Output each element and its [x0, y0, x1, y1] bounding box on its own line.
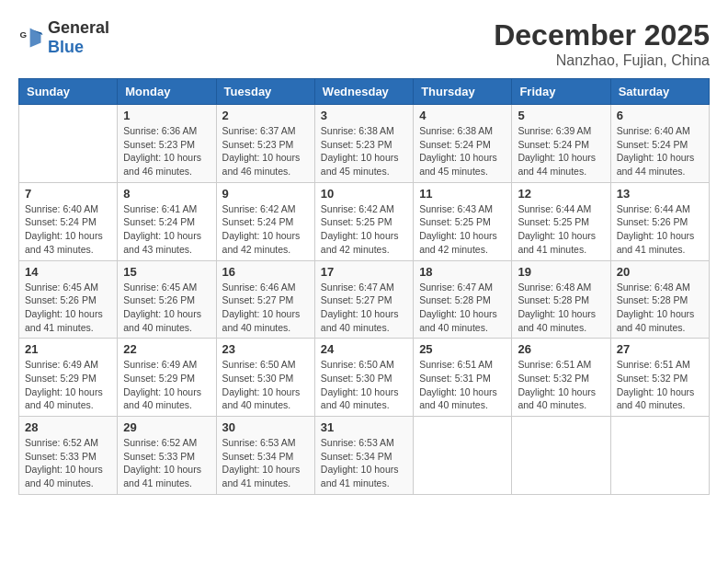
calendar-cell: 31Sunrise: 6:53 AM Sunset: 5:34 PM Dayli…: [314, 417, 413, 495]
day-info: Sunrise: 6:47 AM Sunset: 5:27 PM Dayligh…: [321, 281, 407, 335]
day-number: 5: [518, 109, 604, 122]
day-info: Sunrise: 6:40 AM Sunset: 5:24 PM Dayligh…: [617, 124, 703, 178]
day-info: Sunrise: 6:44 AM Sunset: 5:25 PM Dayligh…: [518, 202, 604, 257]
day-info: Sunrise: 6:48 AM Sunset: 5:28 PM Dayligh…: [518, 281, 604, 335]
calendar-cell: 29Sunrise: 6:52 AM Sunset: 5:33 PM Dayli…: [118, 417, 216, 495]
calendar-cell: 20Sunrise: 6:48 AM Sunset: 5:28 PM Dayli…: [610, 260, 709, 339]
day-number: 13: [617, 187, 703, 201]
day-number: 18: [419, 265, 506, 279]
calendar-cell: 28Sunrise: 6:52 AM Sunset: 5:33 PM Dayli…: [19, 417, 118, 495]
weekday-header-friday: Friday: [512, 79, 610, 105]
calendar-cell: 19Sunrise: 6:48 AM Sunset: 5:28 PM Dayli…: [512, 260, 610, 339]
day-info: Sunrise: 6:49 AM Sunset: 5:29 PM Dayligh…: [25, 358, 111, 412]
day-number: 3: [321, 109, 407, 122]
day-info: Sunrise: 6:51 AM Sunset: 5:32 PM Dayligh…: [518, 358, 604, 412]
day-info: Sunrise: 6:44 AM Sunset: 5:26 PM Dayligh…: [617, 202, 703, 257]
calendar-cell: 4Sunrise: 6:38 AM Sunset: 5:24 PM Daylig…: [414, 105, 512, 183]
day-number: 17: [321, 265, 407, 279]
calendar-cell: [512, 417, 610, 495]
day-info: Sunrise: 6:49 AM Sunset: 5:29 PM Dayligh…: [123, 358, 210, 412]
location: Nanzhao, Fujian, China: [494, 52, 710, 69]
day-number: 1: [123, 109, 210, 122]
day-info: Sunrise: 6:36 AM Sunset: 5:23 PM Dayligh…: [123, 124, 210, 178]
day-info: Sunrise: 6:45 AM Sunset: 5:26 PM Dayligh…: [123, 281, 210, 335]
page-header: G General Blue December 2025 Nanzhao, Fu…: [18, 18, 710, 69]
calendar-cell: 30Sunrise: 6:53 AM Sunset: 5:34 PM Dayli…: [216, 417, 314, 495]
logo-blue: Blue: [48, 38, 84, 56]
month-year: December 2025: [494, 18, 710, 52]
calendar-cell: 24Sunrise: 6:50 AM Sunset: 5:30 PM Dayli…: [314, 339, 413, 417]
calendar-cell: 8Sunrise: 6:41 AM Sunset: 5:24 PM Daylig…: [118, 182, 216, 260]
day-info: Sunrise: 6:48 AM Sunset: 5:28 PM Dayligh…: [617, 281, 703, 335]
day-info: Sunrise: 6:45 AM Sunset: 5:26 PM Dayligh…: [25, 281, 111, 335]
logo-icon: G: [18, 25, 44, 51]
week-row-4: 21Sunrise: 6:49 AM Sunset: 5:29 PM Dayli…: [19, 339, 710, 417]
day-number: 29: [123, 420, 210, 434]
day-number: 11: [419, 187, 506, 201]
calendar-cell: 3Sunrise: 6:38 AM Sunset: 5:23 PM Daylig…: [314, 105, 413, 183]
day-info: Sunrise: 6:37 AM Sunset: 5:23 PM Dayligh…: [222, 124, 309, 178]
week-row-3: 14Sunrise: 6:45 AM Sunset: 5:26 PM Dayli…: [19, 260, 710, 339]
calendar-cell: 2Sunrise: 6:37 AM Sunset: 5:23 PM Daylig…: [216, 105, 314, 183]
day-number: 7: [25, 187, 111, 201]
day-number: 28: [25, 420, 111, 434]
calendar-cell: [414, 417, 512, 495]
calendar-cell: 10Sunrise: 6:42 AM Sunset: 5:25 PM Dayli…: [314, 182, 413, 260]
calendar-cell: 26Sunrise: 6:51 AM Sunset: 5:32 PM Dayli…: [512, 339, 610, 417]
day-number: 26: [518, 342, 604, 356]
day-info: Sunrise: 6:39 AM Sunset: 5:24 PM Dayligh…: [518, 124, 604, 178]
day-number: 23: [222, 342, 309, 356]
calendar-cell: 12Sunrise: 6:44 AM Sunset: 5:25 PM Dayli…: [512, 182, 610, 260]
day-info: Sunrise: 6:40 AM Sunset: 5:24 PM Dayligh…: [25, 202, 111, 257]
weekday-header-saturday: Saturday: [610, 79, 709, 105]
svg-text:G: G: [19, 29, 27, 40]
weekday-header-tuesday: Tuesday: [216, 79, 314, 105]
day-number: 9: [222, 187, 309, 201]
day-info: Sunrise: 6:38 AM Sunset: 5:24 PM Dayligh…: [419, 124, 506, 178]
day-info: Sunrise: 6:53 AM Sunset: 5:34 PM Dayligh…: [222, 436, 309, 490]
weekday-header-thursday: Thursday: [414, 79, 512, 105]
calendar-cell: 22Sunrise: 6:49 AM Sunset: 5:29 PM Dayli…: [118, 339, 216, 417]
day-number: 31: [321, 420, 407, 434]
day-number: 27: [617, 342, 703, 356]
weekday-header-monday: Monday: [118, 79, 216, 105]
day-number: 4: [419, 109, 506, 122]
day-info: Sunrise: 6:42 AM Sunset: 5:25 PM Dayligh…: [321, 202, 407, 257]
calendar-cell: 6Sunrise: 6:40 AM Sunset: 5:24 PM Daylig…: [610, 105, 709, 183]
week-row-5: 28Sunrise: 6:52 AM Sunset: 5:33 PM Dayli…: [19, 417, 710, 495]
logo: G General Blue: [18, 18, 109, 57]
day-info: Sunrise: 6:41 AM Sunset: 5:24 PM Dayligh…: [123, 202, 210, 257]
calendar-cell: [610, 417, 709, 495]
calendar-cell: 18Sunrise: 6:47 AM Sunset: 5:28 PM Dayli…: [414, 260, 512, 339]
calendar-cell: 7Sunrise: 6:40 AM Sunset: 5:24 PM Daylig…: [19, 182, 118, 260]
day-info: Sunrise: 6:53 AM Sunset: 5:34 PM Dayligh…: [321, 436, 407, 490]
calendar-cell: 5Sunrise: 6:39 AM Sunset: 5:24 PM Daylig…: [512, 105, 610, 183]
calendar-cell: 13Sunrise: 6:44 AM Sunset: 5:26 PM Dayli…: [610, 182, 709, 260]
day-number: 14: [25, 265, 111, 279]
day-info: Sunrise: 6:51 AM Sunset: 5:32 PM Dayligh…: [617, 358, 703, 412]
calendar-cell: 17Sunrise: 6:47 AM Sunset: 5:27 PM Dayli…: [314, 260, 413, 339]
day-info: Sunrise: 6:47 AM Sunset: 5:28 PM Dayligh…: [419, 281, 506, 335]
calendar-cell: 1Sunrise: 6:36 AM Sunset: 5:23 PM Daylig…: [118, 105, 216, 183]
day-info: Sunrise: 6:38 AM Sunset: 5:23 PM Dayligh…: [321, 124, 407, 178]
day-number: 30: [222, 420, 309, 434]
day-number: 25: [419, 342, 506, 356]
day-number: 20: [617, 265, 703, 279]
calendar-cell: 15Sunrise: 6:45 AM Sunset: 5:26 PM Dayli…: [118, 260, 216, 339]
day-number: 12: [518, 187, 604, 201]
day-info: Sunrise: 6:46 AM Sunset: 5:27 PM Dayligh…: [222, 281, 309, 335]
day-number: 2: [222, 109, 309, 122]
calendar-table: SundayMondayTuesdayWednesdayThursdayFrid…: [18, 78, 710, 495]
day-info: Sunrise: 6:50 AM Sunset: 5:30 PM Dayligh…: [321, 358, 407, 412]
day-number: 16: [222, 265, 309, 279]
day-number: 8: [123, 187, 210, 201]
weekday-header-sunday: Sunday: [19, 79, 118, 105]
weekday-header-row: SundayMondayTuesdayWednesdayThursdayFrid…: [19, 79, 710, 105]
calendar-cell: [19, 105, 118, 183]
calendar-cell: 11Sunrise: 6:43 AM Sunset: 5:25 PM Dayli…: [414, 182, 512, 260]
day-number: 6: [617, 109, 703, 122]
calendar-cell: 9Sunrise: 6:42 AM Sunset: 5:24 PM Daylig…: [216, 182, 314, 260]
day-number: 15: [123, 265, 210, 279]
logo-general: General: [48, 18, 109, 37]
logo-wordmark: General Blue: [48, 18, 109, 57]
